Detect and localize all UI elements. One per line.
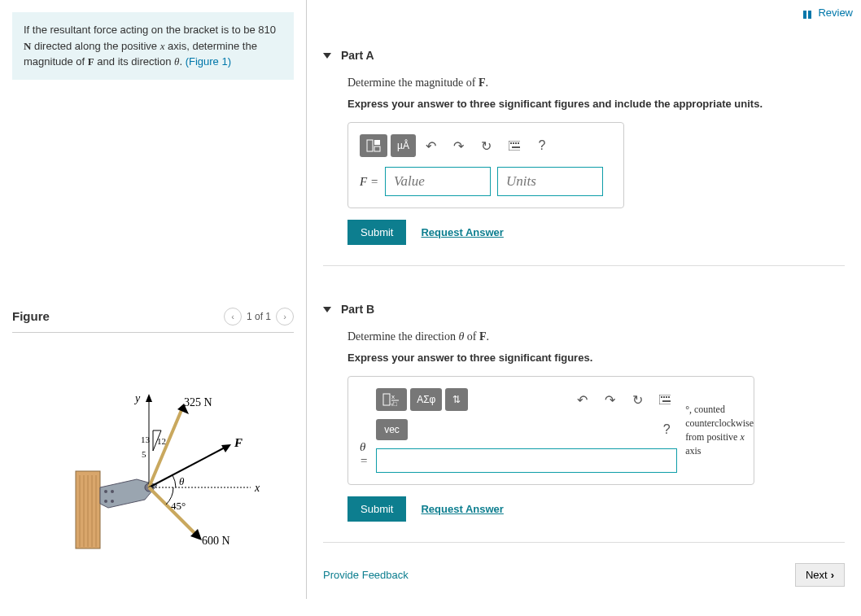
help-icon[interactable]: ? bbox=[656, 422, 677, 437]
svg-rect-31 bbox=[374, 140, 380, 145]
theta-input[interactable] bbox=[376, 448, 677, 473]
part-a-prompt: Determine the magnitude of F. bbox=[347, 76, 845, 90]
part-a-title: Part A bbox=[341, 49, 374, 62]
part-b: Part B Determine the direction θ of F. E… bbox=[323, 303, 845, 543]
undo-icon[interactable]: ↶ bbox=[419, 134, 444, 157]
svg-text:θ: θ bbox=[179, 475, 185, 487]
figure-prev-button[interactable]: ‹ bbox=[224, 308, 242, 325]
svg-rect-39 bbox=[512, 146, 520, 148]
svg-marker-12 bbox=[146, 394, 152, 402]
svg-text:5: 5 bbox=[142, 449, 146, 459]
svg-point-6 bbox=[104, 490, 107, 493]
chevron-right-icon: › bbox=[831, 569, 834, 581]
review-icon bbox=[803, 9, 815, 17]
greek-button[interactable]: ΑΣφ bbox=[410, 388, 442, 411]
template-icon[interactable] bbox=[360, 134, 387, 157]
svg-rect-36 bbox=[515, 142, 517, 144]
svg-point-8 bbox=[111, 490, 114, 493]
svg-point-7 bbox=[104, 500, 107, 503]
part-a: Part A Determine the magnitude of F. Exp… bbox=[323, 49, 845, 266]
svg-rect-47 bbox=[666, 396, 667, 398]
units-button[interactable]: µÅ bbox=[391, 134, 416, 157]
vec-button[interactable]: vec bbox=[376, 419, 408, 440]
svg-point-9 bbox=[111, 500, 114, 503]
value-input[interactable] bbox=[385, 167, 491, 196]
part-a-instructions: Express your answer to three significant… bbox=[347, 98, 845, 110]
svg-rect-37 bbox=[518, 142, 519, 144]
part-a-eq-label: F = bbox=[360, 175, 378, 189]
keyboard-icon[interactable] bbox=[653, 388, 677, 411]
part-b-request-answer-link[interactable]: Request Answer bbox=[421, 503, 503, 515]
svg-text:x: x bbox=[254, 482, 260, 494]
svg-text:F: F bbox=[234, 436, 243, 449]
part-b-submit-button[interactable]: Submit bbox=[347, 496, 406, 522]
svg-text:x: x bbox=[391, 393, 395, 400]
svg-text:600 N: 600 N bbox=[202, 535, 230, 547]
next-button[interactable]: Next › bbox=[795, 563, 845, 587]
svg-line-26 bbox=[149, 487, 198, 536]
part-b-eq-label: θ = bbox=[360, 440, 368, 468]
format-icon[interactable]: x√□ bbox=[376, 388, 407, 411]
collapse-icon[interactable] bbox=[323, 53, 331, 59]
svg-text:y: y bbox=[133, 392, 141, 404]
figure-next-button[interactable]: › bbox=[276, 308, 294, 325]
figure-diagram: y x 325 N 13 12 5 F bbox=[12, 345, 294, 559]
part-a-submit-button[interactable]: Submit bbox=[347, 220, 406, 245]
figure-counter: 1 of 1 bbox=[247, 311, 271, 322]
svg-rect-44 bbox=[659, 395, 671, 404]
figure-title: Figure bbox=[12, 309, 50, 323]
svg-rect-46 bbox=[663, 396, 665, 398]
svg-text:325 N: 325 N bbox=[184, 396, 212, 408]
part-b-title: Part B bbox=[341, 303, 374, 316]
svg-rect-40 bbox=[383, 394, 390, 405]
svg-text:13: 13 bbox=[141, 435, 151, 444]
svg-text:45°: 45° bbox=[171, 500, 186, 512]
reset-icon[interactable]: ↻ bbox=[474, 134, 499, 157]
svg-rect-34 bbox=[510, 142, 512, 144]
svg-rect-50 bbox=[662, 400, 671, 402]
svg-rect-30 bbox=[367, 140, 373, 151]
svg-rect-33 bbox=[509, 141, 520, 151]
collapse-icon[interactable] bbox=[323, 307, 331, 312]
svg-rect-48 bbox=[668, 396, 670, 398]
undo-icon[interactable]: ↶ bbox=[570, 388, 594, 411]
part-b-prompt: Determine the direction θ of F. bbox=[347, 330, 845, 343]
reset-icon[interactable]: ↻ bbox=[625, 388, 649, 411]
problem-statement: If the resultant force acting on the bra… bbox=[12, 12, 294, 80]
part-b-instructions: Express your answer to three significant… bbox=[347, 352, 845, 364]
svg-rect-35 bbox=[513, 142, 514, 144]
svg-rect-32 bbox=[374, 146, 380, 151]
review-link[interactable]: Review bbox=[803, 7, 853, 19]
units-input[interactable] bbox=[497, 167, 603, 196]
svg-line-22 bbox=[149, 447, 226, 487]
provide-feedback-link[interactable]: Provide Feedback bbox=[323, 569, 409, 581]
svg-text:12: 12 bbox=[157, 436, 166, 446]
part-a-answer-box: µÅ ↶ ↷ ↻ ? F = bbox=[347, 122, 624, 208]
part-b-answer-box: θ = x√□ ΑΣφ ⇅ ↶ bbox=[347, 376, 754, 485]
svg-rect-45 bbox=[661, 396, 662, 398]
part-a-request-answer-link[interactable]: Request Answer bbox=[421, 226, 503, 238]
keyboard-icon[interactable] bbox=[502, 134, 527, 157]
redo-icon[interactable]: ↷ bbox=[597, 388, 622, 411]
svg-text:√□: √□ bbox=[391, 401, 398, 406]
figure-link[interactable]: (Figure 1) bbox=[186, 55, 231, 68]
part-b-hint: °, counted counterclockwise from positiv… bbox=[685, 403, 754, 457]
arrows-icon[interactable]: ⇅ bbox=[445, 388, 468, 411]
help-icon[interactable]: ? bbox=[530, 134, 554, 157]
redo-icon[interactable]: ↷ bbox=[447, 134, 471, 157]
